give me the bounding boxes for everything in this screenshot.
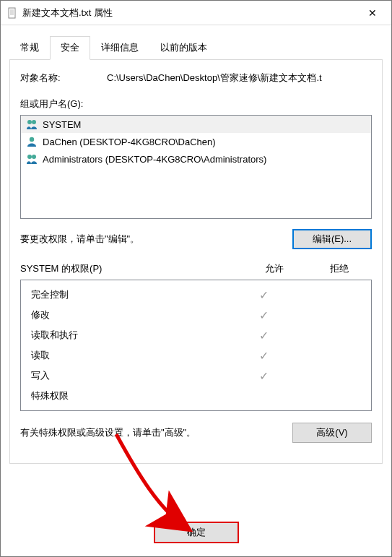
client-area: 常规 安全 详细信息 以前的版本 对象名称: C:\Users\DaChen\D… [1,25,391,464]
list-item-label: DaChen (DESKTOP-4KG8CRO\DaChen) [43,137,216,147]
permission-name: 读取 [31,349,231,362]
check-icon [259,370,269,382]
permission-row: 读取和执行 [21,325,371,345]
groups-label: 组或用户名(G): [20,98,372,111]
tab-general[interactable]: 常规 [9,36,50,60]
dialog-footer: 确定 [1,514,391,556]
object-name-label: 对象名称: [20,72,107,85]
check-icon [259,329,269,342]
tab-details[interactable]: 详细信息 [90,36,149,60]
permission-row: 修改 [21,305,371,325]
permission-allow [231,288,296,302]
list-item[interactable]: Administrators (DESKTOP-4KG8CRO\Administ… [21,150,371,168]
permission-allow [231,308,296,322]
window-title: 新建文本文档.txt 属性 [22,7,357,20]
list-item-label: Administrators (DESKTOP-4KG8CRO\Administ… [43,154,266,165]
check-icon [259,309,269,321]
ok-button-label: 确定 [187,527,206,537]
tab-security[interactable]: 安全 [50,36,90,60]
edit-row: 要更改权限，请单击"编辑"。 编辑(E)... [20,229,372,249]
group-icon [25,118,38,131]
tab-general-label: 常规 [20,42,39,53]
permission-row: 写入 [21,366,371,386]
svg-point-5 [27,120,32,124]
edit-button-label: 编辑(E)... [313,233,352,246]
svg-point-9 [32,155,36,159]
tab-previous-versions[interactable]: 以前的版本 [149,36,218,60]
edit-button[interactable]: 编辑(E)... [292,229,372,249]
group-icon [25,152,38,165]
permission-name: 完全控制 [31,288,231,301]
permissions-header-deny: 拒绝 [307,262,372,275]
object-path: C:\Users\DaChen\Desktop\管家速修\新建文本文档.t [107,72,372,85]
tab-security-label: 安全 [61,42,79,53]
advanced-button-label: 高级(V) [316,426,347,439]
permissions-header-allow: 允许 [242,262,307,275]
check-icon [259,289,269,301]
permission-allow [231,369,296,383]
close-button[interactable]: ✕ [357,3,388,23]
advanced-hint: 有关特殊权限或高级设置，请单击"高级"。 [20,426,292,439]
permission-name: 读取和执行 [31,329,231,342]
permissions-box: 完全控制修改读取和执行读取写入特殊权限 [20,280,372,411]
tab-previous-label: 以前的版本 [160,42,207,53]
permission-row: 完全控制 [21,285,371,305]
permission-name: 写入 [31,369,231,382]
permission-row: 特殊权限 [21,386,371,406]
permission-row: 读取 [21,345,371,366]
permissions-header-name: SYSTEM 的权限(P) [20,262,242,275]
svg-point-8 [27,155,32,159]
user-icon [25,135,38,148]
permission-allow [231,329,296,342]
groups-listbox[interactable]: SYSTEMDaChen (DESKTOP-4KG8CRO\DaChen)Adm… [20,115,372,219]
security-panel: 对象名称: C:\Users\DaChen\Desktop\管家速修\新建文本文… [9,60,383,464]
object-name-row: 对象名称: C:\Users\DaChen\Desktop\管家速修\新建文本文… [20,72,372,85]
permission-name: 修改 [31,308,231,321]
list-item[interactable]: DaChen (DESKTOP-4KG8CRO\DaChen) [21,133,371,150]
permission-name: 特殊权限 [31,389,231,402]
list-item-label: SYSTEM [43,119,81,130]
advanced-button[interactable]: 高级(V) [292,423,372,443]
svg-point-6 [32,120,36,124]
check-icon [259,350,269,362]
permission-allow [231,349,296,363]
titlebar: 新建文本文档.txt 属性 ✕ [1,1,391,25]
advanced-row: 有关特殊权限或高级设置，请单击"高级"。 高级(V) [20,423,372,443]
properties-dialog: 新建文本文档.txt 属性 ✕ 常规 安全 详细信息 以前的版本 对象名称: C… [0,0,392,557]
svg-point-7 [30,137,34,142]
edit-hint: 要更改权限，请单击"编辑"。 [20,233,292,246]
tab-strip: 常规 安全 详细信息 以前的版本 [9,35,383,60]
permissions-header: SYSTEM 的权限(P) 允许 拒绝 [20,262,372,275]
tab-details-label: 详细信息 [101,42,139,53]
file-icon [6,7,18,19]
list-item[interactable]: SYSTEM [21,116,371,133]
ok-button[interactable]: 确定 [154,522,239,543]
close-icon: ✕ [368,7,377,19]
